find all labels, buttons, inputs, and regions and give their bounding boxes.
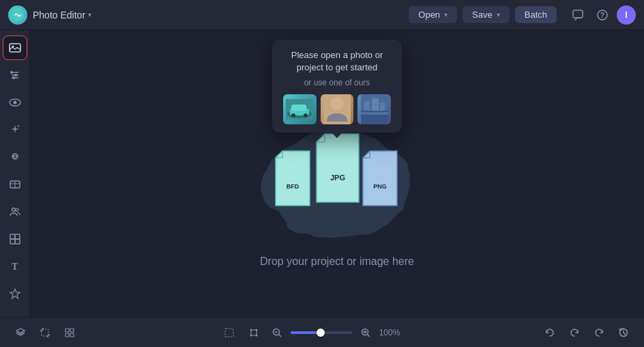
history-button[interactable] [614,323,633,342]
svg-rect-24 [10,239,15,244]
svg-point-13 [13,101,16,105]
svg-point-7 [10,71,13,74]
sidebar-item-retouch[interactable] [3,145,27,169]
sample-person[interactable] [321,94,354,124]
zoom-percent-label: 100% [379,328,400,337]
main-layout: T Please open a photo or project to get … [0,30,644,317]
app-name-chevron: ▾ [88,11,91,18]
svg-text:T: T [12,262,18,272]
bottom-right [540,323,633,342]
svg-rect-25 [15,239,20,244]
svg-point-57 [250,329,252,331]
bottom-center: 100% [220,323,400,342]
svg-marker-27 [10,289,20,299]
svg-point-21 [16,208,18,211]
svg-rect-1 [573,10,583,18]
open-button[interactable]: Open ▾ [409,6,457,23]
sidebar-item-objects[interactable] [3,227,27,251]
sidebar: T [0,30,30,317]
svg-rect-52 [70,329,74,332]
svg-line-63 [278,334,281,337]
svg-rect-55 [225,329,233,337]
svg-rect-39 [372,98,379,111]
svg-rect-46 [42,329,48,336]
svg-rect-41 [361,112,388,115]
select-button[interactable] [220,323,239,342]
zoom-slider[interactable] [291,331,352,334]
svg-rect-53 [65,333,69,337]
sample-car[interactable] [283,94,317,124]
save-button[interactable]: Save ▾ [463,6,510,23]
svg-text:JPG: JPG [330,174,345,182]
app-logo [8,5,27,25]
svg-point-59 [250,334,252,336]
svg-point-60 [255,334,257,336]
open-chevron: ▾ [444,11,448,18]
svg-text:?: ? [600,12,604,19]
sidebar-item-people[interactable] [3,199,27,224]
svg-point-16 [16,156,17,157]
svg-rect-40 [380,102,385,111]
welcome-popup: Please open a photo or project to get st… [272,40,402,133]
help-icon-button[interactable]: ? [592,5,613,25]
drop-zone[interactable]: BFD JPG PNG Drop your pro [255,120,419,268]
svg-point-58 [255,329,257,331]
save-chevron: ▾ [497,11,500,18]
sidebar-item-stamp[interactable] [3,281,27,306]
svg-rect-31 [291,105,306,111]
user-avatar[interactable]: I [617,5,636,25]
app-name-button[interactable]: Photo Editor ▾ [33,10,91,20]
svg-rect-38 [364,101,370,111]
svg-text:BFD: BFD [287,183,299,190]
svg-rect-54 [70,333,74,337]
bottom-left [11,323,79,342]
grid-button[interactable] [60,323,79,342]
drop-illustration: BFD JPG PNG [255,120,419,243]
svg-text:PNG: PNG [373,183,387,190]
svg-rect-23 [15,234,20,239]
transform-button[interactable] [244,323,263,342]
crop-button[interactable] [35,323,55,342]
sidebar-item-magic[interactable] [3,117,27,142]
svg-point-9 [14,74,17,77]
svg-point-35 [330,97,344,111]
sample-city[interactable] [357,94,391,124]
undo-button[interactable] [565,323,584,342]
drop-text: Drop your project or image here [260,255,414,268]
popup-title: Please open a photo or project to get st… [283,49,391,74]
svg-point-33 [304,113,308,117]
chat-icon-button[interactable] [568,5,588,25]
bottom-bar: 100% [0,317,644,347]
sidebar-item-photo[interactable] [3,36,27,60]
svg-point-15 [13,156,14,157]
svg-point-32 [291,113,295,117]
zoom-in-button[interactable] [357,324,374,341]
redo-button[interactable] [589,323,609,342]
svg-rect-56 [251,330,257,335]
rotate-button[interactable] [540,323,559,342]
svg-line-67 [367,334,370,337]
app-name-label: Photo Editor [33,10,85,20]
svg-point-11 [12,77,15,79]
sidebar-item-overlays[interactable] [3,172,27,197]
header: Photo Editor ▾ Open ▾ Save ▾ Batch ? I [0,0,644,30]
zoom-out-button[interactable] [269,324,285,341]
header-icons: ? I [568,5,636,25]
popup-samples [283,94,391,124]
batch-button[interactable]: Batch [515,6,557,23]
svg-rect-22 [10,234,15,239]
svg-point-20 [12,208,15,212]
sidebar-item-adjust[interactable] [3,63,27,87]
sidebar-item-text[interactable]: T [3,254,27,279]
popup-subtitle: or use one of ours [283,78,391,87]
svg-rect-51 [65,329,69,332]
sidebar-item-view[interactable] [3,90,27,115]
layers-button[interactable] [11,323,30,342]
canvas-area: Please open a photo or project to get st… [30,30,644,317]
